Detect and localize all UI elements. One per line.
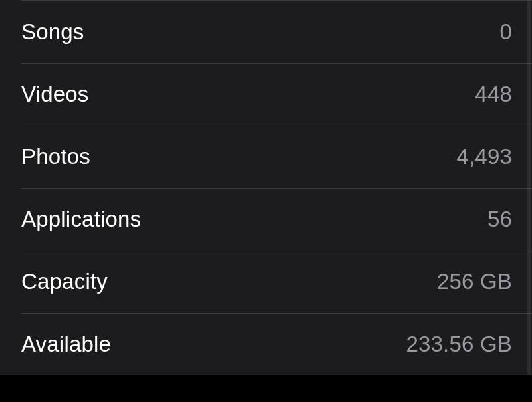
row-label: Capacity — [21, 269, 108, 294]
row-value: 233.56 GB — [406, 332, 512, 357]
row-applications: Applications 56 — [0, 188, 532, 251]
row-value: 256 GB — [437, 269, 512, 294]
row-videos: Videos 448 — [0, 63, 532, 126]
row-photos: Photos 4,493 — [0, 126, 532, 188]
row-songs: Songs 0 — [0, 1, 532, 63]
row-label: Videos — [21, 82, 89, 107]
row-value: 4,493 — [456, 144, 512, 169]
row-label: Available — [21, 332, 111, 357]
row-label: Applications — [21, 207, 141, 232]
row-capacity: Capacity 256 GB — [0, 251, 532, 313]
scrollbar[interactable] — [527, 0, 531, 375]
row-label: Photos — [21, 144, 90, 169]
row-value: 56 — [487, 207, 512, 232]
about-list: Songs 0 Videos 448 Photos 4,493 Applicat… — [0, 0, 532, 375]
row-value: 448 — [475, 82, 512, 107]
row-value: 0 — [499, 19, 512, 45]
row-available: Available 233.56 GB — [0, 313, 532, 375]
row-label: Songs — [21, 19, 84, 45]
